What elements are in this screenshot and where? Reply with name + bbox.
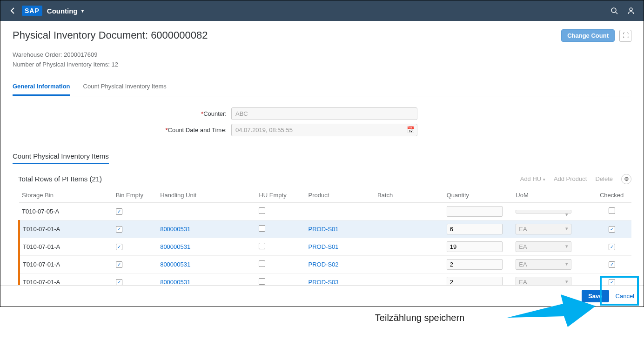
handling-unit-link[interactable]: 800000531 — [160, 261, 190, 268]
col-bin-empty[interactable]: Bin Empty — [113, 188, 158, 203]
bin-empty-checkbox[interactable] — [116, 244, 122, 250]
quantity-input[interactable] — [447, 259, 503, 270]
calendar-icon[interactable]: 📅 — [407, 126, 415, 133]
table-settings-button[interactable]: ⚙ — [621, 174, 631, 184]
count-datetime-label: *Count Date and Time: — [13, 127, 231, 133]
svg-marker-3 — [507, 294, 596, 307]
col-uom[interactable]: UoM — [513, 188, 592, 203]
cell-storage-bin: T010-07-01-A — [19, 238, 113, 255]
app-title-dropdown[interactable]: Counting ▼ — [47, 7, 85, 15]
bin-empty-checkbox[interactable] — [116, 226, 122, 233]
uom-select[interactable] — [516, 210, 571, 213]
tab-bar: General Information Count Physical Inven… — [13, 83, 631, 96]
cell-batch — [375, 273, 444, 285]
counter-input[interactable] — [231, 107, 417, 120]
search-button[interactable] — [607, 4, 621, 18]
cancel-button[interactable]: Cancel — [616, 293, 634, 300]
table-title: Total Rows of PI Items (21) — [18, 175, 102, 183]
fullscreen-button[interactable]: ⛶ — [619, 30, 631, 42]
cell-storage-bin: T010-07-05-A — [19, 202, 113, 220]
change-count-button[interactable]: Change Count — [561, 29, 615, 42]
section-title-count-items: Count Physical Inventory Items — [13, 152, 109, 164]
col-checked[interactable]: Checked — [592, 188, 631, 203]
quantity-input[interactable] — [447, 241, 503, 252]
table-row[interactable]: T010-07-05-A — [19, 202, 631, 220]
product-link[interactable]: PROD-S01 — [309, 243, 339, 250]
cell-batch — [375, 238, 444, 255]
user-button[interactable] — [624, 4, 638, 18]
quantity-input[interactable] — [447, 224, 503, 234]
annotation-arrow — [507, 283, 596, 307]
back-button[interactable] — [6, 4, 19, 17]
product-link[interactable]: PROD-S02 — [309, 261, 339, 268]
shell-header: SAP Counting ▼ — [0, 0, 644, 21]
col-batch[interactable]: Batch — [375, 188, 444, 203]
counter-label: *Counter: — [13, 110, 231, 117]
tab-count-items[interactable]: Count Physical Inventory Items — [83, 83, 167, 96]
svg-point-0 — [611, 8, 616, 13]
gear-icon: ⚙ — [624, 176, 629, 182]
chevron-down-icon: ▾ — [543, 177, 545, 182]
cell-batch — [375, 220, 444, 238]
delete-button[interactable]: Delete — [595, 175, 613, 182]
checked-checkbox[interactable] — [609, 244, 615, 250]
search-icon — [610, 7, 618, 14]
bin-empty-checkbox[interactable] — [116, 261, 122, 268]
warehouse-order-text: Warehouse Order: 2000017609 — [13, 50, 631, 60]
cell-batch — [375, 202, 444, 220]
sap-logo: SAP — [22, 6, 42, 16]
add-product-button[interactable]: Add Product — [554, 175, 587, 182]
handling-unit-link[interactable]: 800000531 — [160, 226, 190, 233]
app-title-text: Counting — [47, 7, 78, 15]
quantity-input[interactable] — [447, 277, 503, 285]
checked-checkbox[interactable] — [609, 279, 615, 285]
chevron-left-icon — [10, 7, 15, 14]
checked-checkbox[interactable] — [609, 207, 615, 214]
hu-empty-checkbox[interactable] — [259, 278, 265, 285]
cell-storage-bin: T010-07-01-A — [19, 220, 113, 238]
product-link[interactable]: PROD-S03 — [309, 279, 339, 285]
handling-unit-link[interactable]: 800000531 — [160, 243, 190, 250]
hu-empty-checkbox[interactable] — [259, 260, 265, 267]
bin-empty-checkbox[interactable] — [116, 279, 122, 285]
product-link[interactable]: PROD-S01 — [309, 226, 339, 233]
hu-empty-checkbox[interactable] — [259, 207, 265, 214]
expand-icon: ⛶ — [623, 32, 629, 39]
checked-checkbox[interactable] — [609, 226, 615, 233]
add-hu-button[interactable]: Add HU ▾ — [520, 175, 545, 182]
col-hu-empty[interactable]: HU Empty — [256, 188, 305, 203]
chevron-down-icon: ▼ — [80, 8, 85, 13]
col-handling-unit[interactable]: Handling Unit — [157, 188, 256, 203]
quantity-input[interactable] — [447, 206, 503, 217]
uom-select[interactable]: EA — [516, 224, 571, 234]
col-quantity[interactable]: Quantity — [444, 188, 513, 203]
table-row[interactable]: T010-07-01-A800000531PROD-S01EA — [19, 220, 631, 238]
handling-unit-link[interactable]: 800000531 — [160, 279, 190, 285]
table-row[interactable]: T010-07-01-A800000531PROD-S02EA — [19, 255, 631, 273]
cell-storage-bin: T010-07-01-A — [19, 273, 113, 285]
svg-point-2 — [630, 8, 632, 11]
svg-line-1 — [616, 12, 617, 14]
items-count-text: Number of Physical Inventory Items: 12 — [13, 60, 631, 70]
cell-storage-bin: T010-07-01-A — [19, 255, 113, 273]
page-title: Physical Inventory Document: 6000000082 — [13, 29, 208, 41]
user-icon — [627, 7, 635, 14]
uom-select[interactable]: EA — [516, 241, 571, 252]
hu-empty-checkbox[interactable] — [259, 225, 265, 232]
checked-checkbox[interactable] — [609, 261, 615, 268]
uom-select[interactable]: EA — [516, 259, 571, 270]
col-product[interactable]: Product — [306, 188, 375, 203]
pi-items-table: Storage Bin Bin Empty Handling Unit HU E… — [18, 188, 631, 285]
bin-empty-checkbox[interactable] — [116, 208, 122, 215]
count-datetime-input[interactable] — [231, 124, 417, 136]
col-storage-bin[interactable]: Storage Bin — [19, 188, 113, 203]
cell-batch — [375, 255, 444, 273]
table-row[interactable]: T010-07-01-A800000531PROD-S01EA — [19, 238, 631, 255]
hu-empty-checkbox[interactable] — [259, 243, 265, 249]
tab-general-information[interactable]: General Information — [13, 83, 70, 96]
